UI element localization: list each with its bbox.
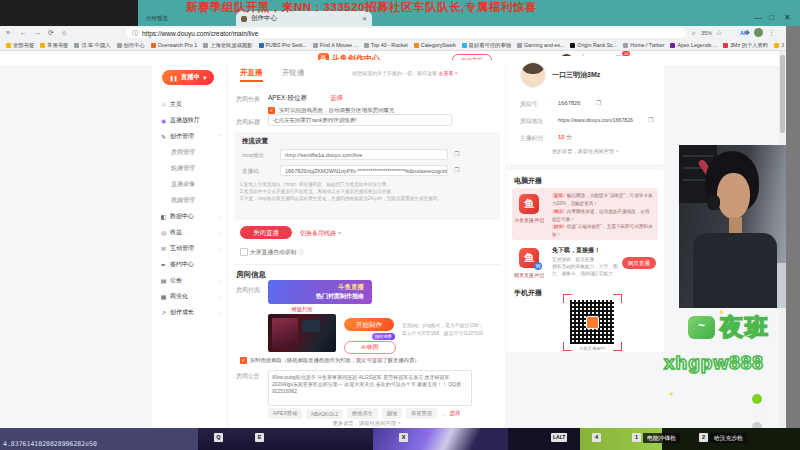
rtmp-input[interactable]: rtmp://sendfw1a.douyu.com/live bbox=[280, 149, 448, 160]
scrollbar-thumb[interactable] bbox=[780, 55, 785, 133]
sidebar-item-loop-manage[interactable]: 轮播管理 bbox=[160, 162, 222, 174]
sidebar-item-data-center[interactable]: ◧数据中心⌄ bbox=[160, 210, 222, 222]
sidebar-item-interaction[interactable]: ✉互动管理⌄ bbox=[160, 242, 222, 254]
cover-guide-banner[interactable]: 斗鱼直播 热门封面制作指南 bbox=[268, 280, 372, 304]
room-url-value[interactable]: https://www.douyu.com/1667826 bbox=[558, 117, 633, 123]
sidebar-item-income[interactable]: ◎收益⌄ bbox=[160, 226, 222, 238]
category-choose-link[interactable]: 选择 bbox=[330, 94, 343, 103]
sidebar-item-video-manage[interactable]: 视频管理 bbox=[160, 194, 222, 206]
stream-code-input[interactable]: 1667826rIpjZKM2WN1oyPKt-****************… bbox=[280, 165, 448, 176]
copy-rtmp-icon[interactable]: ❐ bbox=[454, 150, 459, 157]
sidebar-item-room-manage[interactable]: 房间管理 bbox=[160, 146, 222, 158]
tab-start-live[interactable]: 开直播 bbox=[240, 68, 263, 82]
expand-caret-icon[interactable]: ⌄ bbox=[218, 309, 222, 315]
bookmark-item[interactable]: Overwatch Pro 1 bbox=[151, 42, 197, 48]
auto-record-checkbox[interactable] bbox=[240, 248, 248, 257]
bookmark-item[interactable]: Home / Twitter bbox=[623, 42, 664, 48]
auto-detect-checkbox[interactable]: ✓ bbox=[268, 106, 275, 114]
bookmark-item[interactable]: Top 40 - Rocket bbox=[364, 42, 408, 48]
gamepad-mini-icon[interactable] bbox=[752, 394, 762, 404]
copy-room-url-icon[interactable]: ❐ bbox=[648, 116, 653, 123]
sidebar-item-screening[interactable]: ◉直播放映厅 bbox=[160, 114, 222, 126]
bookmark-item[interactable]: 上海全民游戏观影 bbox=[203, 42, 252, 49]
expand-caret-icon[interactable]: ⌄ bbox=[218, 245, 222, 251]
reload-icon[interactable]: ⟳ bbox=[48, 29, 54, 37]
realtime-capture-checkbox[interactable]: ✓ bbox=[240, 356, 247, 364]
web-live-button[interactable]: 网页直播 bbox=[622, 257, 656, 269]
sidebar-item-guild[interactable]: ▤公会⌄ bbox=[160, 274, 222, 286]
more-settings-link[interactable]: 更多设置，请前往房间管理 > bbox=[228, 420, 505, 427]
keybind-x: X bbox=[399, 433, 408, 442]
expand-caret-icon[interactable]: ⌄ bbox=[218, 213, 222, 219]
bookmark-item[interactable]: PUBG Pro Setti... bbox=[259, 42, 307, 48]
bookmark-item[interactable]: 全部书签 bbox=[6, 42, 34, 49]
bullet-tag: 新版 bbox=[552, 193, 565, 198]
bookmark-item[interactable]: J bbox=[774, 42, 784, 48]
room-tag[interactable]: 体育英语 bbox=[406, 408, 437, 419]
room-title-input[interactable]: 七点左右回家打rank赛同伴训练赛! bbox=[268, 114, 452, 126]
bookmark-item[interactable]: 最好看可控的事物 bbox=[462, 42, 511, 49]
bookmark-item[interactable]: 汉.IE 中国人 bbox=[74, 42, 110, 49]
zoom-icon[interactable]: ⌕ bbox=[692, 29, 696, 37]
live-status-button[interactable]: ❚❚ 直播中 ▾ bbox=[162, 70, 214, 85]
ball-mini-icon[interactable] bbox=[752, 408, 762, 418]
avatar-hair bbox=[521, 63, 545, 74]
tab-close-icon[interactable]: ✕ bbox=[362, 15, 367, 22]
bookmark-item[interactable]: Find A Mouse ... bbox=[313, 42, 358, 48]
tags-choose-link[interactable]: 选择 bbox=[450, 410, 461, 417]
room-tag[interactable]: APEX英雄 bbox=[268, 408, 302, 419]
notice-textarea[interactable]: 和ow.pubg职业选手 斗鱼赛事赛四连冠 ALGS冠军 星空杯冠军击杀王 虎牙… bbox=[268, 370, 472, 406]
sidebar-item-contract[interactable]: ✒签约中心 bbox=[160, 258, 222, 270]
bookmark-item[interactable]: CategorySweb bbox=[414, 42, 456, 48]
collapse-caret-icon[interactable]: ⌃ bbox=[218, 133, 222, 139]
tab-start-loop[interactable]: 开轮播 bbox=[282, 68, 305, 78]
live-caret-icon[interactable]: ▾ bbox=[203, 74, 206, 82]
room-tag[interactable]: 绝地求生 bbox=[347, 408, 378, 419]
expand-caret-icon[interactable]: ⌄ bbox=[218, 293, 222, 299]
ai-retouch-button[interactable]: AI修图 bbox=[344, 341, 396, 354]
bookmark-item[interactable]: Origin Rank Sc... bbox=[570, 42, 617, 48]
expand-caret-icon[interactable]: ⌄ bbox=[218, 229, 222, 235]
copy-room-number-icon[interactable]: ❐ bbox=[596, 99, 601, 106]
url-field[interactable]: ⓘ https://www.douyu.com/creator/main/liv… bbox=[126, 28, 686, 38]
profile-more-settings-link[interactable]: 更多设置，请前往房间管理 > bbox=[506, 148, 664, 155]
game-art-crystal bbox=[373, 428, 508, 450]
sidebar-item-live-record[interactable]: 直播录像 bbox=[160, 178, 222, 190]
room-tag[interactable]: NBA2KOL2 bbox=[306, 409, 343, 419]
live-hint: 你想知道的关于开播的一切，都在这里 去看看 > bbox=[352, 70, 458, 76]
web-desc-2: 拥有基础的采集能力，文字、图 bbox=[552, 263, 618, 269]
expand-caret-icon[interactable]: ⌄ bbox=[218, 277, 222, 283]
room-tag[interactable]: 蹦迪 bbox=[382, 408, 402, 419]
hint-link[interactable]: 去看看 > bbox=[438, 70, 457, 76]
overflow-chevron-icon[interactable]: » bbox=[6, 29, 10, 36]
copy-code-icon[interactable]: ❐ bbox=[454, 166, 459, 173]
bookmark-star-icon[interactable]: ☆ bbox=[716, 29, 722, 37]
bookmark-item[interactable]: 常用书签 bbox=[40, 42, 68, 49]
home-icon[interactable]: ⌂ bbox=[62, 29, 66, 36]
site-info-icon[interactable]: ⓘ bbox=[132, 29, 138, 38]
window-minimize-button[interactable]: — bbox=[754, 13, 762, 22]
sidebar-item-commercial[interactable]: ▦商业化⌄ bbox=[160, 290, 222, 302]
commercial-icon: ▦ bbox=[160, 293, 167, 300]
make-cover-button[interactable]: 开始制作 bbox=[344, 318, 394, 331]
bookmark-favicon bbox=[364, 43, 369, 48]
window-close-button[interactable]: ✕ bbox=[784, 13, 791, 22]
window-maximize-button[interactable]: □ bbox=[769, 13, 774, 22]
back-icon[interactable]: ← bbox=[20, 29, 27, 36]
bookmark-item[interactable]: 创作中心 bbox=[117, 42, 145, 49]
bookmark-item[interactable]: 3Mz 的个人资料 bbox=[723, 42, 768, 49]
sidebar-item-creation-manage[interactable]: ✎创作管理⌃ bbox=[160, 130, 222, 142]
sidebar-item-home[interactable]: ⌂主页 bbox=[160, 98, 222, 110]
cover-thumbnail[interactable] bbox=[268, 314, 336, 352]
sidebar-item-growth[interactable]: ↗创作成长⌄ bbox=[160, 306, 222, 318]
extensions-puzzle-icon[interactable]: ❖ bbox=[744, 29, 750, 37]
bookmark-item[interactable]: Apex Legends ... bbox=[670, 42, 717, 48]
switch-line-link[interactable]: 切换备用线路 > bbox=[300, 229, 341, 238]
forward-icon[interactable]: → bbox=[34, 29, 41, 36]
bookmark-item[interactable]: Gaming and es... bbox=[517, 42, 564, 48]
pc-live-title: 电脑开播 bbox=[514, 176, 542, 186]
streamer-avatar[interactable] bbox=[520, 62, 546, 88]
close-live-button[interactable]: 关闭直播 bbox=[240, 226, 292, 239]
browser-profile-avatar[interactable] bbox=[754, 28, 763, 37]
browser-menu-icon[interactable]: ⋮ bbox=[768, 29, 775, 37]
